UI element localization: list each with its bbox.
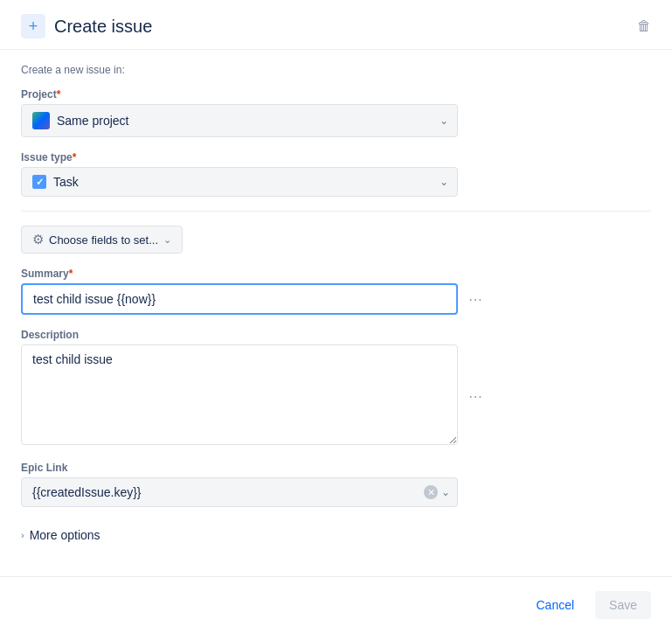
modal-body: Create a new issue in: Project* Same pro… xyxy=(0,50,672,563)
form-section: Summary* ⋯ Description test child issue … xyxy=(21,268,651,507)
cancel-button[interactable]: Cancel xyxy=(522,591,588,619)
project-icon xyxy=(32,112,50,129)
trash-icon[interactable]: 🗑 xyxy=(637,18,651,34)
description-content: test child issue xyxy=(21,344,458,448)
project-field-group: Project* Same project ⌄ xyxy=(21,88,651,137)
epic-link-icons: ✕ ⌄ xyxy=(424,485,450,499)
summary-field-group: Summary* ⋯ xyxy=(21,268,651,315)
modal-footer: Cancel Save xyxy=(0,576,672,633)
epic-link-chevron-icon: ⌄ xyxy=(441,486,450,498)
project-label: Project* xyxy=(21,88,651,101)
more-options-label: More options xyxy=(30,528,100,542)
project-chevron-icon: ⌄ xyxy=(440,115,448,127)
issue-type-chevron-icon: ⌄ xyxy=(440,176,448,188)
project-select[interactable]: Same project ⌄ xyxy=(21,104,458,137)
modal-title: Create issue xyxy=(54,17,628,37)
choose-fields-label: Choose fields to set... xyxy=(49,233,158,247)
epic-link-value: {{createdIssue.key}} xyxy=(32,485,426,499)
description-label: Description xyxy=(21,329,651,341)
modal-header: + Create issue 🗑 xyxy=(0,0,672,50)
epic-link-field-group: Epic Link {{createdIssue.key}} ✕ ⌄ xyxy=(21,462,651,507)
more-options-chevron-icon: › xyxy=(21,530,24,540)
gear-icon: ⚙ xyxy=(32,232,44,247)
save-button[interactable]: Save xyxy=(595,591,651,619)
issue-type-field-group: Issue type* Task ⌄ xyxy=(21,151,651,197)
create-subtitle: Create a new issue in: xyxy=(21,64,651,76)
epic-link-label: Epic Link xyxy=(21,462,651,474)
description-input[interactable]: test child issue xyxy=(21,344,458,445)
project-value: Same project xyxy=(57,114,128,128)
create-issue-modal: + Create issue 🗑 Create a new issue in: … xyxy=(0,0,672,633)
choose-fields-button[interactable]: ⚙ Choose fields to set... ⌄ xyxy=(21,226,183,254)
task-icon xyxy=(32,175,46,189)
summary-input[interactable] xyxy=(21,283,458,315)
description-row: test child issue ⋯ xyxy=(21,344,651,448)
issue-type-value: Task xyxy=(53,175,79,189)
epic-link-clear-icon[interactable]: ✕ xyxy=(424,485,438,499)
description-more-icon[interactable]: ⋯ xyxy=(465,381,487,412)
divider xyxy=(21,211,651,212)
choose-fields-chevron-icon: ⌄ xyxy=(163,234,171,246)
description-field-group: Description test child issue ⋯ xyxy=(21,329,651,448)
epic-link-select[interactable]: {{createdIssue.key}} ✕ ⌄ xyxy=(21,477,458,507)
issue-type-label: Issue type* xyxy=(21,151,651,163)
summary-label: Summary* xyxy=(21,268,651,280)
plus-icon: + xyxy=(21,14,45,38)
summary-more-icon[interactable]: ⋯ xyxy=(465,284,487,315)
summary-row: ⋯ xyxy=(21,283,651,315)
more-options-toggle[interactable]: › More options xyxy=(21,521,651,549)
issue-type-select[interactable]: Task ⌄ xyxy=(21,167,458,197)
summary-content xyxy=(21,283,458,315)
